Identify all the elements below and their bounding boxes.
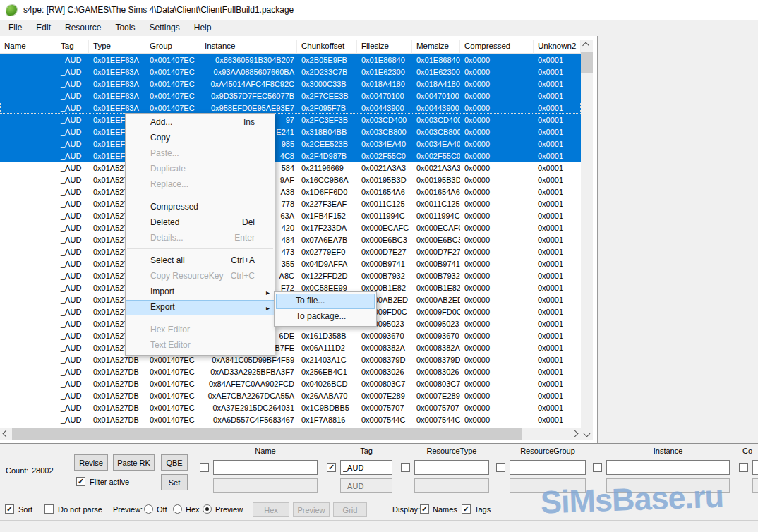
preview-preview-radio[interactable] — [203, 504, 212, 514]
menu-bar-item[interactable]: Help — [187, 20, 219, 35]
context-menu-item[interactable] — [126, 248, 275, 253]
column-header[interactable]: Compressed — [460, 40, 534, 54]
scroll-up-button[interactable] — [581, 40, 593, 52]
context-menu-item[interactable]: Select all Ctrl+A — [126, 253, 275, 269]
context-menu-item[interactable] — [126, 318, 275, 322]
compressed-filter-checkbox[interactable] — [739, 463, 748, 472]
scroll-left-button[interactable] — [0, 428, 12, 440]
table-row[interactable]: _AUD 0x01A527DB 0x001407EC 778 0x227F3EA… — [0, 198, 581, 210]
table-row[interactable]: _AUD 0x01EEF63A 0x001407EC 4C8 0x2F4D987… — [0, 150, 581, 162]
column-header[interactable]: Filesize — [357, 40, 412, 54]
filter-active-checkbox[interactable] — [76, 477, 85, 486]
resourcegroup-filter-checkbox[interactable] — [496, 463, 505, 472]
vertical-scroll-thumb[interactable] — [581, 52, 593, 73]
name-filter-checkbox[interactable] — [200, 463, 209, 472]
preview-button[interactable]: Preview — [293, 502, 330, 517]
context-menu-item[interactable]: Paste... — [126, 146, 275, 162]
table-row[interactable]: _AUD 0x01EEF63A 0x001407EC 0x86360591B30… — [0, 54, 581, 66]
menu-bar-item[interactable]: File — [1, 20, 29, 35]
instance-filter-checkbox[interactable] — [593, 463, 602, 472]
set-button[interactable]: Set — [161, 474, 188, 490]
compressed-filter-input[interactable] — [752, 460, 758, 475]
horizontal-scrollbar[interactable] — [0, 428, 581, 440]
table-row[interactable]: _AUD 0x01EEF63A 0x001407EC E241 0x318B04… — [0, 126, 581, 138]
column-header[interactable]: Name — [0, 40, 56, 54]
resourcegroup-filter-input[interactable] — [510, 460, 586, 475]
table-row[interactable]: _AUD 0x01A527DB 0x001407EC 0xAD33A2925BF… — [0, 365, 581, 377]
name-filter-input[interactable] — [213, 460, 318, 475]
table-row[interactable]: _AUD 0x01A527DB 0x001407EC A38 0x1D6FF6D… — [0, 186, 581, 198]
column-header[interactable]: Instance — [200, 40, 297, 54]
sort-checkbox[interactable] — [5, 504, 14, 514]
display-tags-checkbox[interactable] — [462, 504, 471, 514]
do-not-parse-checkbox[interactable] — [44, 504, 54, 514]
menu-bar-item[interactable]: Edit — [29, 20, 58, 35]
menu-bar-item[interactable]: Resource — [58, 20, 108, 35]
cell-unknown2: 0x0001 — [534, 413, 581, 425]
context-menu-item[interactable] — [126, 195, 275, 200]
context-menu-item[interactable]: Deleted Del — [126, 215, 275, 231]
column-header[interactable]: Type — [89, 40, 145, 54]
grid-button[interactable]: Grid — [333, 502, 367, 517]
preview-off-radio[interactable] — [144, 504, 153, 514]
scroll-down-button[interactable] — [581, 428, 593, 440]
scroll-right-button[interactable] — [569, 428, 581, 440]
table-row[interactable]: _AUD 0x01A527DB 0x001407EC 0xA841C05D99B… — [0, 353, 581, 365]
column-header[interactable]: Unknown2 — [534, 40, 581, 54]
table-row[interactable]: _AUD 0x01EEF63A 0x001407EC 0x93AA0885607… — [0, 66, 581, 78]
table-row[interactable]: _AUD 0x01EEF63A 0x001407EC 0x958EFD0E95A… — [0, 102, 581, 114]
context-menu-item[interactable]: Replace... — [126, 177, 275, 193]
table-row[interactable]: _AUD 0x01EEF63A 0x001407EC 985 0x2CEE523… — [0, 138, 581, 150]
column-header[interactable]: Group — [145, 40, 200, 54]
column-header[interactable]: Memsize — [412, 40, 460, 54]
menu-bar-item[interactable]: Tools — [108, 20, 142, 35]
table-row[interactable]: _AUD 0x01A527DB 0x001407EC 484 0x07A6EA7… — [0, 234, 581, 246]
vertical-scrollbar[interactable] — [581, 40, 593, 440]
table-row[interactable]: _AUD 0x01EEF63A 0x001407EC 0xA45014AFC4F… — [0, 78, 581, 90]
table-row[interactable]: _AUD 0x01A527DB 0x001407EC 0xA6D557C4F56… — [0, 413, 581, 425]
table-row[interactable]: _AUD 0x01A527DB 0x001407EC 0xAE7CBA2267D… — [0, 389, 581, 401]
context-menu-item[interactable]: Add... Ins — [126, 115, 275, 131]
context-menu-item[interactable]: Details... Enter — [126, 231, 275, 246]
qbe-button[interactable]: QBE — [161, 454, 188, 471]
horizontal-scroll-thumb[interactable] — [12, 428, 522, 440]
revise-button[interactable]: Revise — [74, 454, 108, 471]
tag-filter-checkbox[interactable] — [327, 463, 336, 472]
display-names-checkbox[interactable] — [420, 504, 429, 514]
table-row[interactable]: _AUD 0x01A527DB 0x001407EC 6DE 0x161D358… — [0, 330, 581, 341]
paste-rk-button[interactable]: Paste RK — [113, 454, 155, 471]
menu-bar-item[interactable]: Settings — [142, 20, 186, 35]
context-menu-item[interactable]: Hex Editor — [126, 322, 275, 338]
resourcetype-filter-input[interactable] — [414, 460, 489, 475]
resourcetype-filter-checkbox[interactable] — [401, 463, 410, 472]
table-row[interactable]: _AUD 0x01A527DB 0x001407EC 355 0x04D9AFF… — [0, 258, 581, 270]
submenu-item[interactable]: To file... — [276, 294, 375, 309]
context-menu-item[interactable]: Export ▸ — [126, 300, 275, 315]
context-menu-item[interactable]: Duplicate — [126, 162, 275, 177]
table-row[interactable]: _AUD 0x01A527DB 0x001407EC 0x84AFE7C0AA9… — [0, 377, 581, 389]
preview-hex-radio[interactable] — [173, 504, 182, 514]
table-row[interactable]: _AUD 0x01A527DB 0x001407EC 584 0x2119666… — [0, 162, 581, 174]
context-menu-item[interactable]: Text Editor — [126, 338, 275, 353]
context-menu-item[interactable]: Copy ResourceKey Ctrl+C — [126, 269, 275, 284]
column-header[interactable]: Chunkoffset — [297, 40, 357, 54]
cell-compressed: 0x0000 — [460, 90, 534, 102]
table-row[interactable]: _AUD 0x01EEF63A 0x001407EC 0x9D357D7FEC5… — [0, 90, 581, 102]
table-row[interactable]: _AUD 0x01A527DB 0x001407EC 420 0x17F233D… — [0, 222, 581, 234]
context-menu-item[interactable]: Import ▸ — [126, 284, 275, 300]
hex-button[interactable]: Hex — [253, 502, 289, 517]
table-row[interactable]: _AUD 0x01A527DB 0x001407EC A8C 0x122FFD2… — [0, 270, 581, 282]
table-row[interactable]: _AUD 0x01EEF63A 0x001407EC 97 0x2FC3EF3B… — [0, 114, 581, 126]
table-row[interactable]: _AUD 0x01A527DB 0x001407EC 0xA37E2915DC2… — [0, 401, 581, 413]
table-row[interactable]: _AUD 0x01A527DB 0x001407EC 63A 0x1FB4F15… — [0, 210, 581, 222]
context-menu-item[interactable]: Compressed — [126, 200, 275, 215]
tag-filter-input[interactable] — [340, 460, 392, 475]
instance-filter-input[interactable] — [606, 460, 730, 475]
table-row[interactable]: _AUD 0x01A527DB 0x001407EC 473 0x02779EF… — [0, 246, 581, 258]
context-menu-item[interactable]: Copy — [126, 131, 275, 146]
submenu-item[interactable]: To package... — [276, 309, 375, 325]
column-header[interactable]: Tag — [56, 40, 89, 54]
table-row[interactable]: _AUD 0x01A527DB 0x001407EC 9AF 0x16CC9B6… — [0, 174, 581, 186]
cell-unknown2: 0x0001 — [534, 162, 581, 174]
table-row[interactable]: _AUD 0x01A527DB 0x001407EC 0x87B2F830571… — [0, 341, 581, 353]
